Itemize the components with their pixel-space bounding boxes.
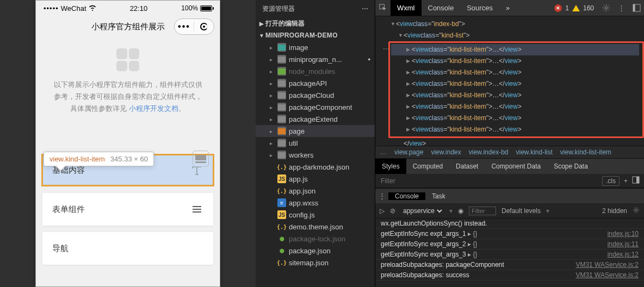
- file-name: workers: [289, 151, 314, 159]
- project-section[interactable]: ▼ MINIPROGRAM-DEMO: [256, 29, 375, 41]
- settings-icon[interactable]: [598, 0, 614, 16]
- drawer-tab[interactable]: Task: [425, 192, 452, 200]
- el-node[interactable]: ▶<view class="kind-list-item">…</view>: [391, 90, 639, 101]
- error-badge-icon[interactable]: ✕: [554, 4, 562, 12]
- capsule-close-icon[interactable]: [194, 23, 214, 30]
- console-src-link[interactable]: VM31 WAService.js:2: [575, 261, 639, 269]
- cls-toggle[interactable]: .cls: [602, 176, 620, 186]
- console-body[interactable]: wx.getLaunchOptionsSync() instead.getExp…: [375, 219, 644, 280]
- styles-tab[interactable]: Scope Data: [547, 159, 595, 174]
- el-node[interactable]: ▶<view class="kind-list-item">…</view>: [391, 67, 639, 78]
- console-hidden[interactable]: 2 hidden: [602, 207, 627, 215]
- el-node[interactable]: ▶<view class="kind-list-item">…</view>: [391, 44, 639, 55]
- file-tree-row[interactable]: {.}sitemap.json: [256, 257, 375, 269]
- inspect-icon[interactable]: [375, 0, 391, 16]
- file-icon: [277, 103, 286, 111]
- panel-menu-icon[interactable]: [632, 176, 640, 185]
- file-tree-row[interactable]: ▸image: [256, 41, 375, 53]
- file-tree-row[interactable]: ▸page: [256, 125, 375, 137]
- styles-tab[interactable]: Component Data: [485, 159, 547, 174]
- console-play-icon[interactable]: ▷: [380, 207, 385, 215]
- devtools-tab[interactable]: Sources: [460, 0, 499, 16]
- ellipsis-icon[interactable]: ⋯: [377, 43, 389, 55]
- file-tree-row[interactable]: ▸miniprogram_n...•: [256, 53, 375, 65]
- card-icon[interactable]: [193, 151, 209, 167]
- crumb[interactable]: view.index-bd: [469, 148, 509, 156]
- file-name: config.js: [289, 211, 315, 219]
- console-filter-input[interactable]: [469, 207, 496, 215]
- file-tree-row[interactable]: {.}app-darkmode.json: [256, 161, 375, 173]
- file-name: node_modules: [289, 67, 335, 76]
- file-tree-row[interactable]: ▸workers: [256, 149, 375, 161]
- file-icon: [277, 43, 286, 52]
- new-rule-icon[interactable]: +: [624, 177, 628, 185]
- doc-link[interactable]: 小程序开发文档: [129, 104, 178, 113]
- console-levels[interactable]: Default levels: [501, 207, 541, 215]
- styles-tab[interactable]: Computed: [406, 159, 449, 174]
- file-tree-row[interactable]: {.}app.json: [256, 185, 375, 197]
- drawer-tabs: ⋮ ConsoleTask: [375, 188, 644, 203]
- file-icon: {.}: [277, 186, 286, 195]
- tabs-overflow[interactable]: »: [499, 0, 516, 16]
- console-clear-icon[interactable]: ⊘: [390, 207, 395, 215]
- el-node[interactable]: ▼<view class="kind-list">: [391, 30, 644, 41]
- open-editors-section[interactable]: ▶ 打开的编辑器: [256, 17, 375, 29]
- file-icon: [277, 115, 286, 123]
- elements-tree[interactable]: ▼<view class="index-bd"> ▼<view class="k…: [375, 16, 644, 146]
- kebab-icon[interactable]: ⋮: [614, 0, 629, 16]
- el-node[interactable]: ▶<view class="kind-list-item">…</view>: [391, 101, 639, 113]
- file-tree-row[interactable]: ⬢package.json: [256, 245, 375, 257]
- devtools-tab[interactable]: Wxml: [391, 0, 422, 16]
- file-tree-row[interactable]: ▸packageCloud: [256, 89, 375, 101]
- styles-tab[interactable]: Styles: [375, 159, 406, 174]
- file-tree-row[interactable]: ≡app.wxss: [256, 197, 375, 209]
- console-row[interactable]: preloadSubpackages: packageComponentVM31…: [375, 260, 644, 270]
- eye-icon[interactable]: ◉: [458, 207, 463, 215]
- el-node[interactable]: ▼<view class="index-bd">: [391, 18, 644, 30]
- intro-text: 以下将展示小程序官方组件能力，组件样式仅供 参考，开发者可根据自身需求自定义组件…: [36, 79, 220, 115]
- page-title: 小程序官方组件展示: [91, 22, 165, 32]
- console-src-link[interactable]: index.js:10: [608, 230, 639, 238]
- kind-list-item[interactable]: 表单组件: [42, 193, 213, 226]
- styles-tab[interactable]: Dataset: [449, 159, 485, 174]
- dock-icon[interactable]: [629, 0, 644, 16]
- console-src-link[interactable]: index.js:11: [608, 240, 639, 248]
- console-context-select[interactable]: appservice: [401, 207, 444, 215]
- drawer-tab[interactable]: Console: [388, 192, 425, 200]
- drawer-menu-icon[interactable]: ⋮: [375, 192, 388, 200]
- file-tree-row[interactable]: ▸packageExtend: [256, 113, 375, 125]
- console-src-link[interactable]: VM31 WAService.js:2: [575, 271, 639, 279]
- el-node[interactable]: ▶<view class="kind-list-item">…</view>: [391, 124, 639, 135]
- crumb[interactable]: view.kind-list-item: [560, 148, 611, 156]
- devtools-tab[interactable]: Console: [422, 0, 461, 16]
- el-node[interactable]: ▶<view class="kind-list-item">…</view>: [391, 78, 639, 90]
- crumb[interactable]: ...: [380, 148, 387, 156]
- console-row[interactable]: getExptInfoSync expt_args_2 ▸ {}index.js…: [375, 239, 644, 249]
- console-row[interactable]: preloadSubpackages: successVM31 WAServic…: [375, 270, 644, 280]
- file-tree-row[interactable]: ▸packageAPI: [256, 77, 375, 89]
- el-node[interactable]: ▶<view class="kind-list-item">…</view>: [391, 113, 639, 124]
- warning-badge-icon[interactable]: [572, 5, 580, 11]
- crumb[interactable]: view.index: [431, 148, 461, 156]
- file-tree-row[interactable]: ▸node_modules: [256, 65, 375, 77]
- file-tree-row[interactable]: ▸packageComponent: [256, 101, 375, 113]
- kind-list-item[interactable]: 导航: [42, 232, 213, 265]
- console-row[interactable]: getExptInfoSync expt_args_1 ▸ {}index.js…: [375, 229, 644, 239]
- el-node[interactable]: ▶<view class="kind-list-item">…</view>: [391, 55, 639, 67]
- file-tree-row[interactable]: ▸util: [256, 137, 375, 149]
- file-tree-row[interactable]: JSapp.js: [256, 173, 375, 185]
- file-name: app.json: [289, 187, 315, 195]
- console-src-link[interactable]: index.js:12: [608, 251, 639, 258]
- breadcrumb[interactable]: ...view.pageview.indexview.index-bdview.…: [375, 146, 644, 159]
- console-row[interactable]: getExptInfoSync expt_args_3 ▸ {}index.js…: [375, 249, 644, 260]
- file-tree-row[interactable]: JSconfig.js: [256, 209, 375, 221]
- capsule-more-icon[interactable]: •••: [175, 22, 194, 32]
- file-tree-row[interactable]: ⬢package-lock.json: [256, 233, 375, 245]
- console-settings-icon[interactable]: [633, 207, 640, 215]
- crumb[interactable]: view.page: [394, 148, 423, 156]
- crumb[interactable]: view.kind-list: [516, 148, 552, 156]
- explorer-more-icon[interactable]: ⋯: [362, 5, 368, 13]
- file-tree-row[interactable]: {.}demo.theme.json: [256, 221, 375, 233]
- styles-filter-input[interactable]: [375, 177, 602, 185]
- console-row[interactable]: wx.getLaunchOptionsSync() instead.: [375, 219, 644, 229]
